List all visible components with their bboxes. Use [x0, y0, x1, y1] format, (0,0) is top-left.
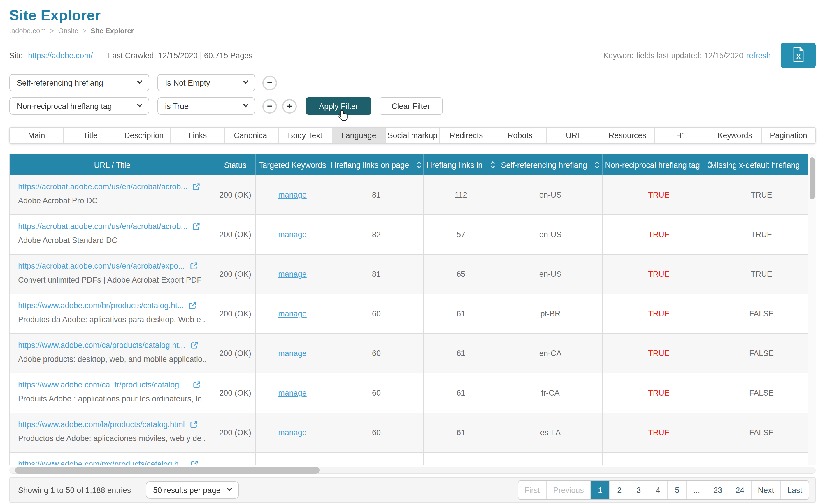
external-link-icon[interactable] — [190, 421, 198, 428]
page-button-last[interactable]: Last — [780, 481, 809, 499]
self-referencing-hreflang-cell — [499, 453, 603, 465]
self-referencing-hreflang-cell: pt-BR — [499, 294, 603, 333]
row-url-link[interactable]: https://acrobat.adobe.com/us/en/acrobat/… — [18, 182, 188, 191]
filter-row-2: Non-reciprocal hreflang tag is True − + … — [9, 97, 816, 115]
tab-h1[interactable]: H1 — [654, 128, 707, 143]
page-button-24[interactable]: 24 — [729, 481, 751, 499]
external-link-icon[interactable] — [190, 262, 198, 270]
manage-keywords-link[interactable]: manage — [278, 190, 307, 199]
filter-operator-select-2[interactable]: is True — [157, 97, 255, 115]
row-url-link[interactable]: https://www.adobe.com/la/products/catalo… — [18, 420, 185, 429]
page-button-5[interactable]: 5 — [667, 481, 686, 499]
column-header-label: URL / Title — [94, 161, 130, 169]
tab-canonical[interactable]: Canonical — [224, 128, 278, 143]
manage-keywords-link[interactable]: manage — [278, 309, 307, 318]
site-url-link[interactable]: https://adobe.com/ — [28, 51, 93, 60]
filter-field-value-2: Non-reciprocal hreflang tag — [17, 102, 112, 110]
tab-language[interactable]: Language — [332, 128, 385, 143]
hreflang-links-in-cell: 61 — [424, 413, 499, 452]
sort-icon[interactable] — [591, 160, 600, 170]
page-button-4[interactable]: 4 — [648, 481, 667, 499]
add-filter-button[interactable]: + — [282, 99, 297, 113]
hreflang-links-in-cell: 65 — [424, 255, 499, 293]
status-cell: 200 (OK) — [215, 294, 256, 333]
manage-keywords-link[interactable]: manage — [278, 230, 307, 239]
tab-body-text[interactable]: Body Text — [278, 128, 331, 143]
filter-field-select-1[interactable]: Self-referencing hreflang — [9, 74, 149, 91]
row-page-title: Adobe Acrobat Standard DC — [18, 236, 206, 245]
row-url-link[interactable]: https://www.adobe.com/br/products/catalo… — [18, 301, 184, 310]
external-link-icon[interactable] — [193, 381, 201, 389]
page-button-1[interactable]: 1 — [590, 481, 610, 499]
column-header-label: Self-referencing hreflang — [501, 161, 587, 169]
page-button-23[interactable]: 23 — [706, 481, 729, 499]
external-link-icon[interactable] — [189, 302, 197, 309]
external-link-icon[interactable] — [191, 341, 198, 349]
external-link-icon[interactable] — [193, 223, 200, 230]
horizontal-scrollbar[interactable] — [9, 467, 816, 474]
filter-operator-select-1[interactable]: Is Not Empty — [157, 74, 255, 91]
row-page-title: Productos de Adobe: aplicaciones móviles… — [18, 434, 206, 443]
tab-robots[interactable]: Robots — [493, 128, 547, 143]
column-header-self-referencing-hreflang[interactable]: Self-referencing hreflang — [499, 154, 603, 175]
page-button-2[interactable]: 2 — [610, 481, 629, 499]
keyword-fields-updated-text: Keyword fields last updated: 12/15/2020 — [603, 51, 743, 60]
tab-title[interactable]: Title — [63, 128, 117, 143]
breadcrumb-item[interactable]: Onsite — [58, 27, 78, 35]
non-reciprocal-hreflang-cell: TRUE — [603, 175, 716, 215]
manage-keywords-link[interactable]: manage — [278, 389, 307, 397]
manage-keywords-link[interactable]: manage — [278, 270, 307, 278]
page-button--[interactable]: ... — [686, 481, 707, 499]
column-header-non-reciprocal-hreflang-tag[interactable]: Non-reciprocal hreflang tag — [603, 154, 716, 175]
row-url-link[interactable]: https://acrobat.adobe.com/us/en/acrobat/… — [18, 222, 188, 231]
row-url-link[interactable]: https://acrobat.adobe.com/us/en/acrobat/… — [18, 262, 185, 270]
row-url-link[interactable]: https://www.adobe.com/ca/products/catalo… — [18, 341, 185, 350]
tab-description[interactable]: Description — [117, 128, 170, 143]
column-header-hreflang-links-on-page[interactable]: Hreflang links on page — [329, 154, 424, 175]
filter-field-select-2[interactable]: Non-reciprocal hreflang tag — [9, 97, 149, 115]
chevron-down-icon — [241, 101, 250, 111]
report-tabs: MainTitleDescriptionLinksCanonicalBody T… — [9, 127, 816, 144]
svg-text:X: X — [796, 53, 800, 60]
row-url-link[interactable]: https://www.adobe.com/mx/products/catalo… — [18, 460, 185, 465]
tab-redirects[interactable]: Redirects — [439, 128, 493, 143]
sort-icon[interactable] — [486, 160, 495, 170]
vertical-scrollbar-thumb[interactable] — [810, 157, 815, 199]
results-per-page-select[interactable]: 50 results per page — [145, 481, 239, 499]
row-url-link[interactable]: https://www.adobe.com/ca_fr/products/cat… — [18, 381, 188, 389]
tab-url[interactable]: URL — [547, 128, 600, 143]
column-header-missing-x-default-hreflang[interactable]: Missing x-default hreflang — [716, 154, 808, 175]
clear-filter-button[interactable]: Clear Filter — [379, 97, 442, 115]
remove-filter-button-1[interactable]: − — [262, 75, 277, 90]
export-excel-button[interactable]: X — [781, 43, 816, 68]
external-link-icon[interactable] — [193, 183, 200, 190]
row-page-title: Produtos da Adobe: aplicativos para desk… — [18, 315, 206, 324]
manage-keywords-link[interactable]: manage — [278, 349, 307, 358]
table-row: https://www.adobe.com/br/products/catalo… — [10, 294, 808, 334]
breadcrumb-item[interactable]: .adobe.com — [9, 27, 46, 35]
remove-filter-button-2[interactable]: − — [262, 99, 277, 113]
tab-pagination[interactable]: Pagination — [761, 128, 815, 143]
horizontal-scrollbar-thumb[interactable] — [15, 467, 319, 474]
tab-resources[interactable]: Resources — [600, 128, 654, 143]
sort-icon[interactable] — [412, 160, 422, 170]
non-reciprocal-hreflang-cell: TRUE — [603, 215, 716, 254]
targeted-keywords-cell: manage — [256, 334, 329, 373]
url-title-cell: https://acrobat.adobe.com/us/en/acrobat/… — [10, 215, 215, 254]
vertical-scrollbar[interactable] — [808, 154, 816, 465]
manage-keywords-link[interactable]: manage — [278, 428, 307, 437]
column-header-hreflang-links-in[interactable]: Hreflang links in — [424, 154, 499, 175]
apply-filter-button[interactable]: Apply Filter — [306, 97, 371, 115]
tab-social-markup[interactable]: Social markup — [385, 128, 439, 143]
page-button-3[interactable]: 3 — [629, 481, 648, 499]
page-button-first: First — [518, 481, 546, 499]
tab-main[interactable]: Main — [10, 128, 63, 143]
tab-links[interactable]: Links — [170, 128, 224, 143]
self-referencing-hreflang-cell: en-US — [499, 175, 603, 215]
external-link-icon[interactable] — [191, 460, 198, 465]
non-reciprocal-hreflang-cell: TRUE — [603, 413, 716, 452]
page-button-next[interactable]: Next — [751, 481, 780, 499]
targeted-keywords-cell — [256, 453, 329, 465]
tab-keywords[interactable]: Keywords — [708, 128, 761, 143]
refresh-link[interactable]: refresh — [746, 51, 771, 60]
